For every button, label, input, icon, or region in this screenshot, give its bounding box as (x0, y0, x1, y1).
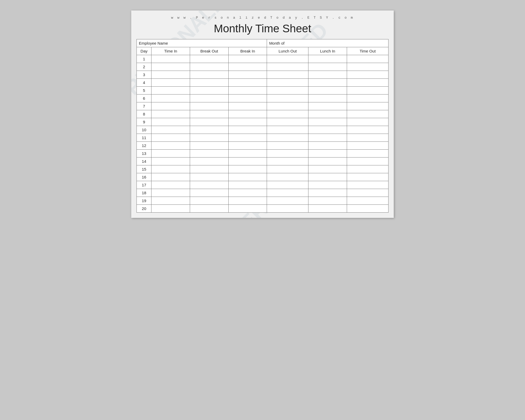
data-cell[interactable] (190, 158, 229, 165)
data-cell[interactable] (190, 165, 229, 173)
data-cell[interactable] (190, 205, 229, 213)
data-cell[interactable] (190, 55, 229, 63)
data-cell[interactable] (308, 165, 347, 173)
data-cell[interactable] (267, 126, 308, 134)
data-cell[interactable] (228, 197, 267, 205)
data-cell[interactable] (151, 87, 190, 94)
data-cell[interactable] (267, 165, 308, 173)
data-cell[interactable] (308, 134, 347, 142)
data-cell[interactable] (347, 55, 388, 63)
data-cell[interactable] (228, 55, 267, 63)
data-cell[interactable] (151, 158, 190, 165)
data-cell[interactable] (267, 55, 308, 63)
data-cell[interactable] (347, 134, 388, 142)
data-cell[interactable] (190, 71, 229, 79)
data-cell[interactable] (190, 126, 229, 134)
data-cell[interactable] (308, 71, 347, 79)
data-cell[interactable] (347, 205, 388, 213)
data-cell[interactable] (347, 150, 388, 158)
data-cell[interactable] (151, 102, 190, 110)
data-cell[interactable] (347, 126, 388, 134)
data-cell[interactable] (347, 110, 388, 118)
data-cell[interactable] (347, 197, 388, 205)
data-cell[interactable] (267, 102, 308, 110)
data-cell[interactable] (228, 205, 267, 213)
data-cell[interactable] (151, 181, 190, 189)
data-cell[interactable] (267, 197, 308, 205)
data-cell[interactable] (347, 102, 388, 110)
data-cell[interactable] (228, 118, 267, 126)
data-cell[interactable] (151, 189, 190, 197)
data-cell[interactable] (228, 142, 267, 150)
data-cell[interactable] (228, 158, 267, 165)
data-cell[interactable] (267, 158, 308, 165)
data-cell[interactable] (347, 189, 388, 197)
data-cell[interactable] (190, 87, 229, 94)
data-cell[interactable] (190, 173, 229, 181)
data-cell[interactable] (308, 79, 347, 87)
data-cell[interactable] (308, 181, 347, 189)
data-cell[interactable] (228, 189, 267, 197)
data-cell[interactable] (228, 79, 267, 87)
data-cell[interactable] (190, 102, 229, 110)
data-cell[interactable] (151, 118, 190, 126)
data-cell[interactable] (190, 94, 229, 102)
data-cell[interactable] (308, 118, 347, 126)
data-cell[interactable] (228, 126, 267, 134)
data-cell[interactable] (228, 102, 267, 110)
data-cell[interactable] (228, 87, 267, 94)
data-cell[interactable] (228, 165, 267, 173)
data-cell[interactable] (190, 79, 229, 87)
data-cell[interactable] (151, 142, 190, 150)
data-cell[interactable] (228, 63, 267, 71)
data-cell[interactable] (151, 173, 190, 181)
data-cell[interactable] (347, 173, 388, 181)
data-cell[interactable] (228, 94, 267, 102)
data-cell[interactable] (308, 110, 347, 118)
data-cell[interactable] (308, 102, 347, 110)
data-cell[interactable] (267, 142, 308, 150)
data-cell[interactable] (267, 110, 308, 118)
data-cell[interactable] (190, 110, 229, 118)
data-cell[interactable] (347, 71, 388, 79)
data-cell[interactable] (267, 118, 308, 126)
data-cell[interactable] (267, 189, 308, 197)
data-cell[interactable] (267, 205, 308, 213)
data-cell[interactable] (308, 87, 347, 94)
data-cell[interactable] (267, 63, 308, 71)
data-cell[interactable] (190, 197, 229, 205)
data-cell[interactable] (267, 173, 308, 181)
data-cell[interactable] (308, 150, 347, 158)
data-cell[interactable] (267, 79, 308, 87)
data-cell[interactable] (228, 134, 267, 142)
data-cell[interactable] (151, 165, 190, 173)
data-cell[interactable] (190, 118, 229, 126)
data-cell[interactable] (190, 142, 229, 150)
data-cell[interactable] (228, 71, 267, 79)
data-cell[interactable] (190, 134, 229, 142)
data-cell[interactable] (228, 181, 267, 189)
data-cell[interactable] (228, 110, 267, 118)
data-cell[interactable] (151, 150, 190, 158)
data-cell[interactable] (308, 94, 347, 102)
data-cell[interactable] (190, 63, 229, 71)
data-cell[interactable] (347, 79, 388, 87)
data-cell[interactable] (151, 55, 190, 63)
data-cell[interactable] (267, 87, 308, 94)
data-cell[interactable] (308, 205, 347, 213)
data-cell[interactable] (151, 126, 190, 134)
data-cell[interactable] (151, 197, 190, 205)
data-cell[interactable] (151, 134, 190, 142)
data-cell[interactable] (151, 79, 190, 87)
data-cell[interactable] (151, 63, 190, 71)
data-cell[interactable] (308, 126, 347, 134)
data-cell[interactable] (347, 87, 388, 94)
data-cell[interactable] (308, 63, 347, 71)
data-cell[interactable] (347, 118, 388, 126)
data-cell[interactable] (151, 94, 190, 102)
data-cell[interactable] (151, 110, 190, 118)
data-cell[interactable] (347, 158, 388, 165)
data-cell[interactable] (267, 134, 308, 142)
data-cell[interactable] (347, 94, 388, 102)
data-cell[interactable] (267, 181, 308, 189)
